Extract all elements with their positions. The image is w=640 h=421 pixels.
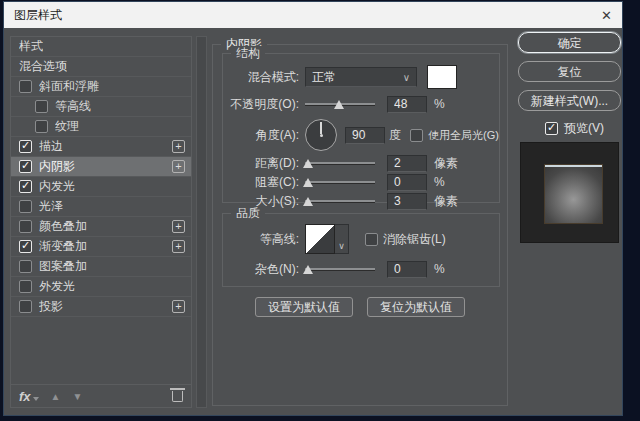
opacity-unit: % — [434, 97, 445, 111]
noise-input[interactable] — [387, 261, 427, 278]
angle-label: 角度(A): — [225, 127, 299, 144]
sidebar-item-drop-shadow[interactable]: 投影+ — [11, 297, 191, 317]
move-up-icon[interactable]: ▲ — [51, 391, 61, 402]
gradient-overlay-checkbox[interactable] — [19, 240, 32, 253]
sidebar-item-inner-glow[interactable]: 内发光 — [11, 177, 191, 197]
contour-label: 等高线: — [225, 231, 299, 248]
add-stroke-icon[interactable]: + — [172, 140, 185, 153]
blend-mode-select[interactable]: 正常 ∨ — [305, 67, 417, 87]
angle-input[interactable] — [345, 127, 385, 144]
style-list-footer: fx ▲ ▼ — [11, 384, 191, 407]
add-drop-shadow-icon[interactable]: + — [172, 300, 185, 313]
distance-unit: 像素 — [434, 155, 458, 172]
reset-button[interactable]: 复位 — [518, 61, 621, 82]
opacity-label: 不透明度(O): — [225, 96, 299, 113]
make-default-button[interactable]: 设置为默认值 — [255, 297, 353, 317]
preview-thumbnail — [520, 142, 619, 243]
layer-style-dialog: 图层样式 ✕ 样式 混合选项 斜面和浮雕 等高线 纹理 描边+ 内阴影+ 内发光… — [4, 2, 622, 415]
close-icon[interactable]: ✕ — [586, 8, 612, 23]
choke-slider[interactable] — [305, 175, 375, 189]
opacity-input[interactable] — [387, 96, 427, 113]
outer-glow-checkbox[interactable] — [19, 280, 32, 293]
angle-unit: 度 — [389, 127, 401, 144]
sidebar-item-satin[interactable]: 光泽 — [11, 197, 191, 217]
contour-picker[interactable] — [305, 224, 335, 254]
choke-input[interactable] — [387, 174, 427, 191]
sidebar-item-color-overlay[interactable]: 颜色叠加+ — [11, 217, 191, 237]
sidebar-item-inner-shadow[interactable]: 内阴影+ — [11, 157, 191, 177]
sidebar-item-outer-glow[interactable]: 外发光 — [11, 277, 191, 297]
preview-toggle[interactable]: 预览(V) — [545, 120, 604, 137]
anti-alias-checkbox[interactable] — [365, 233, 378, 246]
angle-dial[interactable] — [305, 119, 337, 151]
fx-caret-icon — [33, 397, 39, 401]
size-input[interactable] — [387, 193, 427, 210]
sidebar-item-texture[interactable]: 纹理 — [11, 117, 191, 137]
bevel-emboss-checkbox[interactable] — [19, 80, 32, 93]
preview-checkbox[interactable] — [545, 122, 558, 135]
inner-glow-checkbox[interactable] — [19, 180, 32, 193]
color-overlay-checkbox[interactable] — [19, 220, 32, 233]
choke-label: 阻塞(C): — [225, 174, 299, 191]
stroke-checkbox[interactable] — [19, 140, 32, 153]
use-global-light-label: 使用全局光(G) — [428, 128, 499, 143]
anti-alias-label: 消除锯齿(L) — [383, 231, 446, 248]
contour-checkbox[interactable] — [35, 100, 48, 113]
move-down-icon[interactable]: ▼ — [72, 391, 82, 402]
size-slider[interactable] — [305, 194, 375, 208]
inner-shadow-checkbox[interactable] — [19, 160, 32, 173]
quality-group: 品质 等高线: ∨ 消除锯齿(L) 杂色(N): % — [222, 213, 500, 287]
fx-menu-icon[interactable]: fx — [19, 389, 31, 404]
pattern-overlay-checkbox[interactable] — [19, 260, 32, 273]
sidebar-item-styles[interactable]: 样式 — [11, 37, 191, 57]
sidebar-item-pattern-overlay[interactable]: 图案叠加 — [11, 257, 191, 277]
preview-effect-swatch — [545, 165, 602, 223]
noise-label: 杂色(N): — [225, 261, 299, 278]
sidebar-item-gradient-overlay[interactable]: 渐变叠加+ — [11, 237, 191, 257]
structure-group: 结构 混合模式: 正常 ∨ 不透明度(O): % 角度(A): 度 — [222, 53, 500, 203]
delete-effect-icon[interactable] — [172, 391, 183, 402]
preview-label: 预览(V) — [564, 120, 604, 137]
noise-unit: % — [434, 262, 445, 276]
distance-label: 距离(D): — [225, 155, 299, 172]
chevron-down-icon: ∨ — [403, 72, 410, 83]
style-list-scrollbar[interactable] — [196, 36, 207, 408]
size-unit: 像素 — [434, 193, 458, 210]
add-color-overlay-icon[interactable]: + — [172, 220, 185, 233]
sidebar-item-bevel-emboss[interactable]: 斜面和浮雕 — [11, 77, 191, 97]
add-gradient-overlay-icon[interactable]: + — [172, 240, 185, 253]
inner-shadow-panel: 内阴影 结构 混合模式: 正常 ∨ 不透明度(O): % 角度(A): — [212, 44, 508, 406]
choke-unit: % — [434, 175, 445, 189]
quality-legend: 品质 — [231, 206, 265, 220]
shadow-color-swatch[interactable] — [427, 65, 457, 89]
texture-checkbox[interactable] — [35, 120, 48, 133]
style-list: 样式 混合选项 斜面和浮雕 等高线 纹理 描边+ 内阴影+ 内发光 光泽 颜色叠… — [10, 36, 192, 408]
sidebar-item-stroke[interactable]: 描边+ — [11, 137, 191, 157]
add-inner-shadow-icon[interactable]: + — [172, 160, 185, 173]
anti-alias[interactable]: 消除锯齿(L) — [365, 231, 446, 248]
sidebar-item-blending-options[interactable]: 混合选项 — [11, 57, 191, 77]
use-global-light[interactable]: 使用全局光(G) — [410, 128, 499, 143]
title-bar[interactable]: 图层样式 ✕ — [4, 2, 622, 28]
blend-mode-value: 正常 — [312, 69, 336, 86]
satin-checkbox[interactable] — [19, 200, 32, 213]
use-global-light-checkbox[interactable] — [410, 129, 423, 142]
drop-shadow-checkbox[interactable] — [19, 300, 32, 313]
opacity-slider[interactable] — [305, 97, 375, 111]
reset-default-button[interactable]: 复位为默认值 — [367, 297, 465, 317]
distance-input[interactable] — [387, 155, 427, 172]
structure-legend: 结构 — [231, 46, 265, 60]
blend-mode-label: 混合模式: — [225, 69, 299, 86]
contour-dropdown-icon[interactable]: ∨ — [335, 224, 349, 254]
sidebar-item-contour[interactable]: 等高线 — [11, 97, 191, 117]
distance-slider[interactable] — [305, 156, 375, 170]
noise-slider[interactable] — [305, 262, 375, 276]
dialog-title: 图层样式 — [14, 7, 62, 24]
ok-button[interactable]: 确定 — [518, 32, 621, 53]
new-style-button[interactable]: 新建样式(W)... — [518, 90, 621, 111]
